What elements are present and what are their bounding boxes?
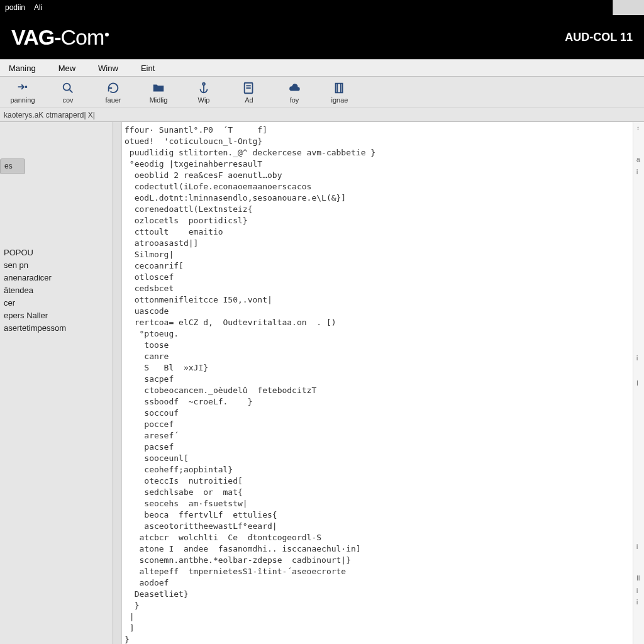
title-text-1: podiin	[5, 3, 25, 12]
toolbar-label: Midlig	[150, 96, 168, 104]
sidebar-item[interactable]: cer	[4, 297, 109, 309]
menu-item-2[interactable]: Winw	[98, 64, 118, 73]
svg-point-0	[26, 86, 27, 87]
toolbar-label: foy	[290, 96, 299, 104]
menu-bar: Maning Mew Winw Eint	[0, 59, 644, 77]
strip-mark: i	[636, 169, 643, 175]
strip-mark: a	[636, 156, 643, 163]
menu-item-3[interactable]: Eint	[141, 64, 155, 73]
toolbar-label: Ad	[245, 96, 253, 104]
brand-dot-icon	[105, 33, 109, 36]
svg-rect-6	[336, 83, 343, 92]
sidebar-item[interactable]: POPOU	[4, 247, 109, 259]
strip-mark: i	[636, 587, 643, 594]
toolbar-panning[interactable]: panning	[9, 81, 36, 104]
toolbar-label: cov	[62, 96, 73, 104]
strip-mark: ↕	[636, 125, 643, 131]
sidebar-item[interactable]: anenaradicer	[4, 272, 109, 284]
menu-item-0[interactable]: Maning	[9, 64, 36, 73]
brand-light: Com	[60, 25, 104, 49]
toolbar-label: panning	[10, 96, 35, 104]
search-icon	[61, 81, 75, 95]
toolbar-label: ignae	[331, 96, 348, 104]
right-marker-strip: ↕ a i i I i II i i	[633, 122, 644, 644]
sidebar-item[interactable]: ätendea	[4, 284, 109, 297]
folder-icon	[152, 81, 165, 95]
brand-logo: VAG-Com	[11, 25, 109, 50]
title-text-2: Ali	[34, 3, 42, 12]
svg-rect-4	[246, 85, 250, 86]
strip-mark: i	[636, 355, 643, 362]
svg-point-2	[203, 82, 205, 85]
brand-heavy: VAG	[11, 25, 54, 49]
toolbar-midlig[interactable]: Midlig	[145, 81, 172, 104]
anchor-icon	[197, 81, 211, 95]
box-icon	[333, 81, 347, 95]
cloud-icon	[287, 81, 301, 95]
svg-rect-5	[246, 87, 250, 89]
svg-point-1	[64, 83, 70, 90]
toolbar-ad[interactable]: Ad	[235, 81, 263, 104]
strip-mark: II	[636, 575, 643, 582]
document-tab-bar: kaoterys.aK ctmaraperd| X|	[0, 108, 644, 122]
side-tab[interactable]: es	[0, 158, 25, 174]
toolbar-ignae[interactable]: ignae	[326, 81, 353, 104]
code-editor[interactable]: ffour· Sunantl°.P0 ´T f] otued! 'coticul…	[122, 122, 633, 644]
sidebar-items: POPOU sen pn anenaradicer ätendea cer ep…	[0, 247, 113, 335]
strip-mark: I	[636, 380, 643, 387]
strip-mark: i	[636, 599, 643, 606]
toolbar: panning cov fauer Midlig Wip Ad foy igna…	[0, 77, 644, 108]
brand-dash: -	[54, 25, 60, 49]
document-tab[interactable]: kaoterys.aK ctmaraperd| X|	[4, 111, 95, 119]
arrow-icon	[16, 81, 30, 95]
toolbar-fauer[interactable]: fauer	[99, 81, 127, 104]
side-panel: es POPOU sen pn anenaradicer ätendea cer…	[0, 122, 113, 644]
toolbar-label: fauer	[105, 96, 121, 104]
sidebar-item[interactable]: asertetimpessom	[4, 322, 109, 335]
sidebar-item[interactable]: sen pn	[4, 259, 109, 272]
toolbar-foy[interactable]: foy	[280, 81, 308, 104]
menu-item-1[interactable]: Mew	[58, 64, 75, 73]
title-bar: podiin Ali	[0, 0, 644, 15]
editor-gutter	[113, 122, 122, 644]
window-controls[interactable]	[613, 0, 644, 15]
toolbar-cov[interactable]: cov	[54, 81, 82, 104]
strip-mark: i	[636, 543, 643, 550]
app-banner: VAG-Com AUD-COL 11	[0, 15, 644, 59]
page-icon	[242, 81, 256, 95]
toolbar-wip[interactable]: Wip	[190, 81, 218, 104]
toolbar-label: Wip	[198, 96, 210, 104]
work-area: es POPOU sen pn anenaradicer ätendea cer…	[0, 122, 644, 644]
sidebar-item[interactable]: epers Naller	[4, 309, 109, 322]
code-content: ffour· Sunantl°.P0 ´T f] otued! 'coticul…	[125, 125, 633, 644]
top-right-label: AUD-COL 11	[565, 31, 633, 44]
refresh-icon	[106, 81, 120, 95]
